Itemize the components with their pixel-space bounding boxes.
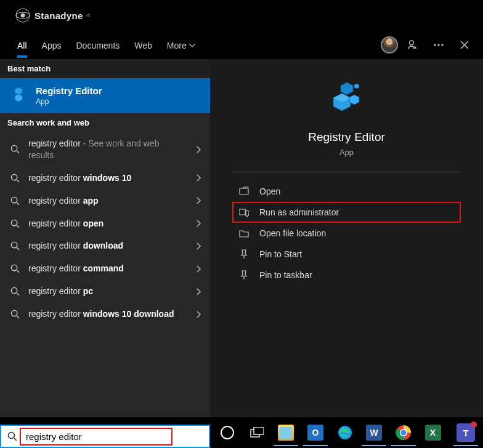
close-icon[interactable]	[453, 34, 476, 56]
chevron-right-icon	[197, 174, 201, 182]
chevron-right-icon	[197, 197, 201, 204]
suggestion-item[interactable]: registry editor - See work and web resul…	[0, 132, 210, 167]
suggestion-text: registry editor command	[28, 263, 201, 274]
suggestion-text: registry editor pc	[28, 286, 201, 297]
svg-point-13	[11, 288, 17, 294]
excel-icon[interactable]: X	[418, 419, 448, 446]
brand-logo: Stanadyne ®	[15, 7, 90, 23]
svg-point-5	[437, 44, 439, 46]
svg-point-6	[441, 44, 443, 46]
svg-rect-15	[240, 188, 248, 194]
chevron-right-icon	[197, 220, 201, 227]
open-icon	[238, 186, 250, 196]
suggestion-text: registry editor - See work and web resul…	[28, 138, 201, 161]
tab-more[interactable]: More	[160, 33, 203, 57]
suggestion-text: registry editor download	[28, 240, 201, 252]
action-pin-to-taskbar[interactable]: Pin to taskbar	[232, 265, 461, 286]
preview-subtitle: App	[339, 148, 354, 157]
suggestion-item[interactable]: registry editor app	[0, 190, 210, 212]
chevron-right-icon	[197, 311, 201, 318]
svg-rect-19	[254, 427, 264, 434]
suggestion-item[interactable]: registry editor open	[0, 212, 210, 235]
svg-point-7	[11, 146, 17, 151]
search-icon	[9, 264, 21, 273]
feedback-icon[interactable]	[402, 34, 424, 56]
svg-point-23	[400, 430, 406, 436]
svg-point-3	[410, 41, 414, 45]
section-best-match: Best match	[0, 59, 210, 78]
taskbar: O W X T	[210, 417, 483, 448]
results-pane: Best match Registry Editor App Search wo…	[0, 59, 210, 417]
admin-shield-icon	[238, 207, 250, 217]
svg-point-17	[9, 433, 15, 439]
search-tabs-header: All Apps Documents Web More	[0, 31, 483, 59]
search-icon	[7, 431, 17, 441]
suggestion-text: registry editor windows 10	[28, 172, 201, 184]
svg-point-11	[11, 242, 17, 248]
search-icon	[9, 145, 21, 154]
suggestion-text: registry editor open	[28, 218, 201, 230]
svg-point-2	[21, 14, 25, 18]
chevron-right-icon	[197, 242, 201, 250]
pin-icon	[238, 249, 250, 259]
svg-point-12	[11, 265, 17, 271]
brand-bar: Stanadyne ®	[0, 0, 483, 31]
suggestion-item[interactable]: registry editor windows 10	[0, 167, 210, 190]
search-icon	[9, 287, 21, 296]
search-icon	[9, 174, 21, 183]
best-match-text: Registry Editor App	[36, 86, 102, 106]
action-pin-taskbar-label: Pin to taskbar	[259, 270, 312, 280]
suggestion-item[interactable]: registry editor pc	[0, 280, 210, 303]
svg-point-9	[11, 197, 17, 202]
preview-actions: Open Run as administrator Open file loca…	[232, 172, 461, 286]
tab-documents[interactable]: Documents	[68, 33, 127, 57]
avatar[interactable]	[381, 36, 398, 54]
suggestion-list: registry editor - See work and web resul…	[0, 132, 210, 326]
action-open-label: Open	[259, 186, 280, 196]
action-open[interactable]: Open	[232, 181, 461, 202]
best-match-item[interactable]: Registry Editor App	[0, 78, 210, 113]
action-run-as-administrator[interactable]: Run as administrator	[232, 202, 461, 223]
preview-hero: Registry Editor App	[232, 74, 461, 172]
taskview-icon[interactable]	[242, 419, 272, 446]
search-icon	[9, 219, 21, 228]
cortana-icon[interactable]	[213, 419, 242, 446]
file-explorer-icon[interactable]	[271, 419, 301, 446]
action-run-admin-label: Run as administrator	[259, 207, 339, 217]
svg-rect-16	[239, 209, 246, 215]
best-match-title: Registry Editor	[36, 86, 102, 96]
edge-icon[interactable]	[330, 419, 360, 446]
chrome-icon[interactable]	[389, 419, 418, 446]
suggestion-item[interactable]: registry editor windows 10 download	[0, 303, 210, 326]
suggestion-text: registry editor app	[28, 195, 201, 207]
svg-point-10	[11, 220, 17, 225]
word-icon[interactable]: W	[359, 419, 389, 446]
registry-editor-icon	[9, 86, 28, 106]
header-right	[381, 34, 481, 56]
svg-point-14	[11, 310, 17, 316]
search-bar-container	[0, 425, 210, 448]
action-pin-to-start[interactable]: Pin to Start	[232, 244, 461, 265]
svg-point-8	[11, 174, 17, 180]
search-bar[interactable]	[0, 425, 210, 448]
action-pin-start-label: Pin to Start	[259, 249, 302, 259]
teams-icon[interactable]: T	[451, 419, 481, 446]
action-open-location-label: Open file location	[259, 228, 326, 238]
suggestion-item[interactable]: registry editor command	[0, 257, 210, 280]
more-options-icon[interactable]	[428, 34, 450, 56]
registry-editor-large-icon	[327, 80, 367, 119]
tab-all[interactable]: All	[10, 33, 34, 57]
search-input[interactable]	[22, 429, 147, 444]
tab-web[interactable]: Web	[127, 33, 160, 57]
search-query-highlight	[20, 428, 172, 446]
best-match-subtitle: App	[36, 97, 102, 106]
suggestion-item[interactable]: registry editor download	[0, 234, 210, 257]
tab-apps[interactable]: Apps	[34, 33, 69, 57]
brand-icon	[15, 7, 31, 23]
brand-name: Stanadyne	[34, 10, 83, 21]
tab-more-label: More	[167, 41, 187, 50]
action-open-file-location[interactable]: Open file location	[232, 223, 461, 244]
preview-pane: Registry Editor App Open Run as administ…	[210, 59, 483, 417]
search-icon	[9, 310, 21, 319]
outlook-icon[interactable]: O	[301, 419, 330, 446]
